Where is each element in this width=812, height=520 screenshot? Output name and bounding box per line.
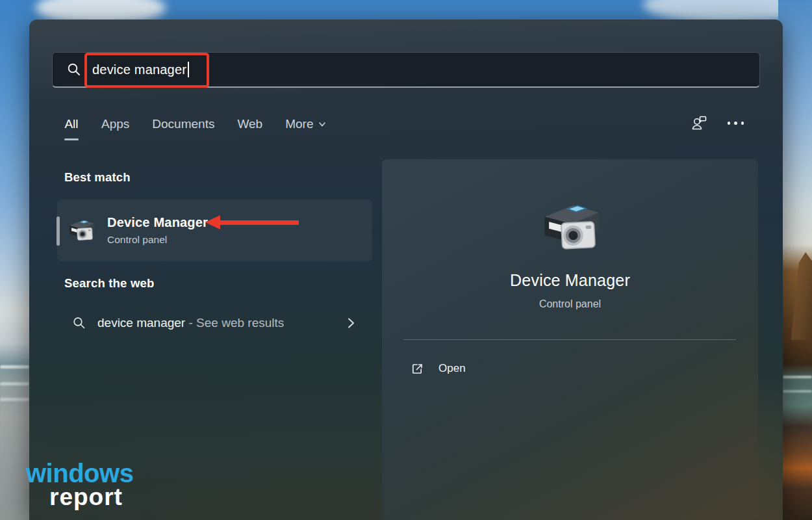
tab-all[interactable]: All xyxy=(64,116,79,140)
tab-documents-label: Documents xyxy=(152,116,214,133)
windows-report-logo: windows report xyxy=(26,460,133,509)
web-result-annotation: - See web results xyxy=(185,316,284,330)
open-button[interactable]: Open xyxy=(401,353,475,384)
result-subtitle: Control panel xyxy=(107,234,208,246)
open-button-label: Open xyxy=(438,362,466,375)
result-title: Device Manager xyxy=(107,215,208,230)
search-icon xyxy=(72,316,86,330)
wave-foam xyxy=(0,365,29,369)
tab-all-label: All xyxy=(64,116,78,133)
tab-documents[interactable]: Documents xyxy=(152,116,214,133)
tab-web-label: Web xyxy=(237,116,262,133)
search-query-text[interactable]: device manager xyxy=(92,62,186,77)
search-icon xyxy=(66,62,82,77)
desktop: device manager All Apps Documents Web Mo… xyxy=(0,0,812,520)
tab-web[interactable]: Web xyxy=(237,116,262,133)
search-input[interactable]: device manager xyxy=(52,52,760,88)
search-filter-tabs: All Apps Documents Web More xyxy=(64,116,327,140)
wave-foam xyxy=(0,382,29,385)
search-header-actions xyxy=(691,114,746,132)
ellipsis-icon xyxy=(728,122,731,125)
tab-apps-label: Apps xyxy=(101,116,129,133)
search-flyout-panel: device manager All Apps Documents Web Mo… xyxy=(29,20,783,520)
logo-line2: report xyxy=(49,485,133,509)
best-match-result[interactable]: Device Manager Control panel xyxy=(57,200,372,261)
feedback-account-button[interactable] xyxy=(691,114,708,132)
web-result-query: device manager xyxy=(97,316,185,330)
open-external-icon xyxy=(411,362,424,376)
web-search-result[interactable]: device manager - See web results xyxy=(57,304,372,342)
logo-line1: windows xyxy=(26,460,133,486)
device-manager-icon xyxy=(67,217,95,244)
selected-tab-indicator xyxy=(64,138,79,140)
wave-foam xyxy=(783,390,812,393)
text-caret xyxy=(188,62,189,77)
result-text: Device Manager Control panel xyxy=(107,215,208,246)
more-options-button[interactable] xyxy=(726,118,746,129)
divider xyxy=(403,339,736,340)
chevron-down-icon xyxy=(318,120,327,129)
wave-foam xyxy=(0,398,29,401)
tab-more-label: More xyxy=(285,116,313,133)
tab-more[interactable]: More xyxy=(285,116,327,133)
preview-subtitle: Control panel xyxy=(382,298,758,310)
wave-foam xyxy=(783,376,812,378)
best-match-heading: Best match xyxy=(64,170,131,185)
device-manager-icon-large xyxy=(538,198,603,258)
scrollbar-thumb[interactable] xyxy=(57,216,60,246)
preview-title: Device Manager xyxy=(382,271,758,290)
person-chat-icon xyxy=(691,114,708,132)
web-result-text: device manager - See web results xyxy=(97,316,284,330)
tab-apps[interactable]: Apps xyxy=(101,116,129,133)
web-search-heading: Search the web xyxy=(64,276,155,291)
chevron-right-icon[interactable] xyxy=(345,317,357,330)
preview-pane: Device Manager Control panel Open xyxy=(382,159,758,520)
